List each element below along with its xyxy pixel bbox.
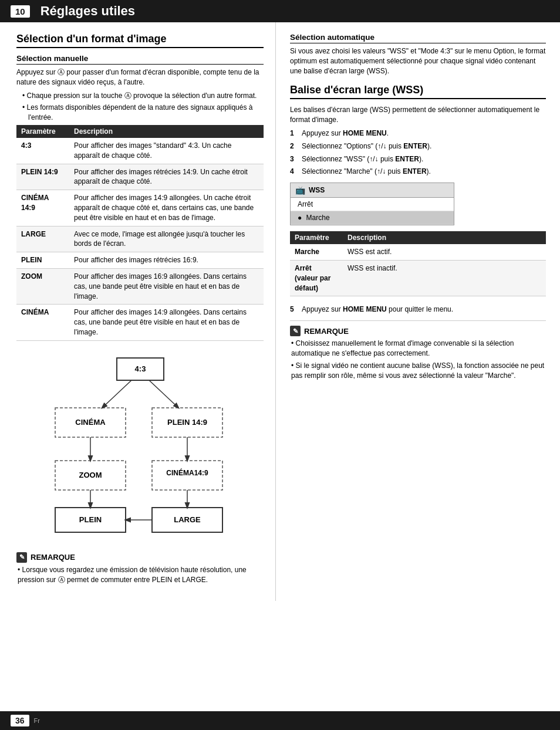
right-remarque-text-2: Si le signal vidéo ne contient aucune ba… <box>290 361 546 381</box>
step-5: 5 Appuyez sur HOME MENU pour quitter le … <box>290 305 546 315</box>
step-4-text: Sélectionnez "Marche" (↑/↓ puis ENTER). <box>302 167 431 177</box>
remarque-icon: ✎ <box>16 552 27 563</box>
table-row: PLEIN 14:9 Pour afficher des images rétr… <box>16 164 264 190</box>
left-remarque: ✎ REMARQUE Lorsque vous regardez une émi… <box>16 549 264 591</box>
manual-selection-bullet-2: Les formats disponibles dépendent de la … <box>22 103 264 123</box>
wss-menu-title: WSS <box>309 186 325 194</box>
desc-cell: WSS est inactif. <box>343 260 546 296</box>
remarque-icon-right: ✎ <box>290 326 301 336</box>
format-diagram: 4:3 CINÉMA PLEIN 14:9 ZOOM CINÉMA14:9 PL… <box>16 349 264 543</box>
desc-cell: WSS est actif. <box>343 244 546 260</box>
step-3-text: Sélectionnez "WSS" (↑/↓ puis ENTER). <box>302 154 423 164</box>
left-remarque-title: ✎ REMARQUE <box>16 552 264 563</box>
step-5-text: Appuyez sur HOME MENU pour quitter le me… <box>302 305 453 315</box>
desc-cell: Pour afficher des images rétrécies 16:9. <box>69 252 264 269</box>
step-3-number: 3 <box>290 154 298 164</box>
step-1-text: Appuyez sur HOME MENU. <box>302 129 389 138</box>
table-row: Arrêt(valeur par défaut) WSS est inactif… <box>290 260 546 296</box>
step-4: 4 Sélectionnez "Marche" (↑/↓ puis ENTER)… <box>290 167 546 177</box>
svg-line-15 <box>149 380 178 408</box>
footer-lang: Fr <box>34 717 40 724</box>
desc-cell: Pour afficher des images "standard" 4:3.… <box>69 138 264 164</box>
wss-param-table-header-desc: Description <box>343 231 546 244</box>
param-cell: LARGE <box>16 226 69 252</box>
main-content: Sélection d'un format d'image Sélection … <box>0 22 560 601</box>
desc-cell: Pour afficher des images 16:9 allongées.… <box>69 268 264 304</box>
table-row: Marche WSS est actif. <box>290 244 546 260</box>
desc-cell: Pour afficher des images 14:9 allongées.… <box>69 305 264 340</box>
right-remarque: ✎ REMARQUE Choisissez manuellement le fo… <box>290 320 546 386</box>
tv-icon: 📺 <box>295 185 305 195</box>
auto-selection-subtitle: Sélection automatique <box>290 33 546 43</box>
left-column: Sélection d'un format d'image Sélection … <box>0 22 276 601</box>
diagram-svg: 4:3 CINÉMA PLEIN 14:9 ZOOM CINÉMA14:9 PL… <box>49 355 231 537</box>
wss-menu-item-marche: ● Marche <box>291 211 454 225</box>
wss-param-table-header-param: Paramètre <box>290 231 343 244</box>
table-row: LARGE Avec ce mode, l'image est allongée… <box>16 226 264 252</box>
table-row: PLEIN Pour afficher des images rétrécies… <box>16 252 264 269</box>
right-remarque-title: ✎ REMARQUE <box>290 326 546 336</box>
desc-cell: Pour afficher des images 14:9 allongées.… <box>69 190 264 226</box>
header-title: Réglages utiles <box>41 4 135 19</box>
header-chapter-number: 10 <box>11 5 30 18</box>
table-row: 4:3 Pour afficher des images "standard" … <box>16 138 264 164</box>
wss-menu: 📺 WSS Arrêt ● Marche <box>290 182 454 225</box>
svg-line-14 <box>102 380 131 408</box>
param-cell: ZOOM <box>16 268 69 304</box>
wss-intro: Les balises d'écran large (WSS) permette… <box>290 105 546 125</box>
svg-text:ZOOM: ZOOM <box>79 471 102 479</box>
step-2: 2 Sélectionnez "Options" (↑/↓ puis ENTER… <box>290 141 546 151</box>
table-row: ZOOM Pour afficher des images 16:9 allon… <box>16 268 264 304</box>
svg-text:CINÉMA: CINÉMA <box>75 418 106 427</box>
param-cell: CINÉMA 14:9 <box>16 190 69 226</box>
svg-text:PLEIN 14:9: PLEIN 14:9 <box>167 418 207 427</box>
param-cell: CINÉMA <box>16 305 69 340</box>
desc-cell: Pour afficher des images rétrécies 14:9.… <box>69 164 264 190</box>
page-header: 10 Réglages utiles <box>0 0 560 22</box>
wss-section-title: Balise d'écran large (WSS) <box>290 84 546 99</box>
wss-param-table: Paramètre Description Marche WSS est act… <box>290 231 546 296</box>
param-cell: PLEIN <box>16 252 69 269</box>
manual-selection-subtitle: Sélection manuelle <box>16 54 264 65</box>
page-footer: 36 Fr <box>0 711 560 730</box>
right-remarque-label: REMARQUE <box>304 327 349 336</box>
right-remarque-text-1: Choisissez manuellement le format d'imag… <box>290 339 546 359</box>
param-table-header-desc: Description <box>69 125 264 138</box>
svg-text:LARGE: LARGE <box>174 515 201 524</box>
manual-selection-bullet-1: Chaque pression sur la touche Ⓐ provoque… <box>22 91 264 101</box>
manual-selection-body: Appuyez sur Ⓐ pour passer d'un format d'… <box>16 67 264 87</box>
param-table: Paramètre Description 4:3 Pour afficher … <box>16 125 264 341</box>
footer-page-number: 36 <box>11 715 29 726</box>
param-table-header-param: Paramètre <box>16 125 69 138</box>
step-4-number: 4 <box>290 167 298 177</box>
left-remarque-label: REMARQUE <box>31 553 75 562</box>
right-column: Sélection automatique Si vous avez chois… <box>276 22 560 601</box>
step-3: 3 Sélectionnez "WSS" (↑/↓ puis ENTER). <box>290 154 546 164</box>
svg-text:PLEIN: PLEIN <box>79 515 101 524</box>
param-cell: Arrêt(valeur par défaut) <box>290 260 343 296</box>
param-cell: 4:3 <box>16 138 69 164</box>
param-cell: PLEIN 14:9 <box>16 164 69 190</box>
wss-menu-header: 📺 WSS <box>291 183 454 198</box>
param-cell: Marche <box>290 244 343 260</box>
desc-cell: Avec ce mode, l'image est allongée jusqu… <box>69 226 264 252</box>
step-1-number: 1 <box>290 129 298 138</box>
table-row: CINÉMA Pour afficher des images 14:9 all… <box>16 305 264 340</box>
left-section-title: Sélection d'un format d'image <box>16 33 264 48</box>
left-remarque-text: Lorsque vous regardez une émission de té… <box>16 565 264 585</box>
svg-text:4:3: 4:3 <box>134 364 146 373</box>
wss-menu-item-arret: Arrêt <box>291 198 454 211</box>
step-2-text: Sélectionnez "Options" (↑/↓ puis ENTER). <box>302 141 431 151</box>
table-row: CINÉMA 14:9 Pour afficher des images 14:… <box>16 190 264 226</box>
step-1: 1 Appuyez sur HOME MENU. <box>290 129 546 138</box>
step-2-number: 2 <box>290 141 298 151</box>
svg-text:CINÉMA14:9: CINÉMA14:9 <box>166 468 208 477</box>
step-5-number: 5 <box>290 305 298 315</box>
auto-selection-body: Si vous avez choisi les valeurs "WSS" et… <box>290 46 546 76</box>
